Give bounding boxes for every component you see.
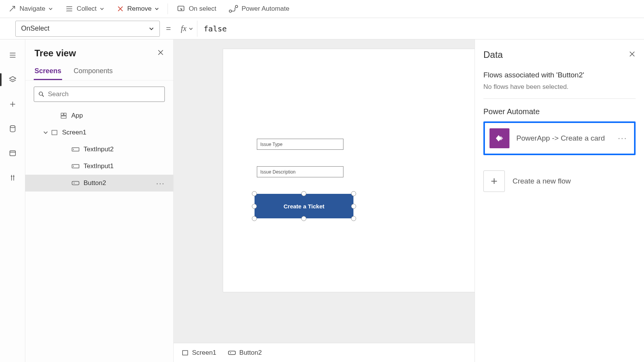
- treeview-search[interactable]: [34, 87, 165, 102]
- treeview-tab[interactable]: [4, 71, 21, 88]
- breadcrumb-label: Button2: [239, 349, 262, 357]
- remove-label: Remove: [127, 5, 151, 13]
- tree-list: App Screen1 TextInput2 TextInput1 Button…: [25, 106, 173, 193]
- data-panel-title: Data: [483, 49, 503, 60]
- navigate-button[interactable]: Navigate: [3, 2, 58, 15]
- toolbar-separator: [168, 3, 168, 14]
- create-new-flow-label: Create a new flow: [513, 177, 571, 185]
- flow-icon: [228, 5, 238, 13]
- power-automate-label: Power Automate: [242, 5, 289, 13]
- data-panel-close-button[interactable]: [629, 51, 636, 59]
- powerapps-icon: [494, 133, 505, 144]
- remove-button[interactable]: Remove: [111, 3, 164, 15]
- chevron-down-icon: [154, 7, 159, 11]
- chevron-down-icon: [100, 7, 104, 11]
- tab-components[interactable]: Components: [73, 65, 113, 80]
- tree-item-more-button[interactable]: ···: [156, 179, 165, 188]
- breadcrumb-screen1[interactable]: Screen1: [181, 349, 216, 357]
- svg-point-1: [229, 10, 232, 12]
- close-icon: [157, 49, 164, 56]
- data-panel: Data Flows associated with 'Button2' No …: [475, 39, 644, 362]
- selection-handle[interactable]: [301, 216, 306, 221]
- on-select-button[interactable]: On select: [171, 2, 222, 16]
- svg-rect-12: [72, 181, 79, 185]
- breadcrumb-label: Screen1: [192, 349, 216, 357]
- breadcrumb-bar: Screen1 Button2: [174, 343, 475, 362]
- cursor-pointer-icon: [582, 141, 590, 151]
- layers-icon: [8, 75, 17, 84]
- canvas-textinput2[interactable]: Issue Description: [257, 166, 343, 177]
- svg-rect-7: [64, 113, 66, 115]
- fx-button[interactable]: fx: [177, 21, 197, 37]
- svg-rect-9: [52, 130, 57, 135]
- database-icon: [8, 124, 17, 133]
- selection-handle[interactable]: [252, 204, 257, 209]
- svg-point-13: [74, 183, 74, 183]
- power-automate-button[interactable]: Power Automate: [223, 2, 295, 15]
- on-select-label: On select: [189, 5, 216, 13]
- flow-card-more-button[interactable]: ···: [616, 133, 629, 143]
- button-icon: [228, 350, 236, 356]
- collect-label: Collect: [77, 5, 97, 13]
- plus-icon: [8, 100, 17, 108]
- selection-handle[interactable]: [351, 191, 356, 196]
- svg-point-16: [230, 352, 231, 353]
- hamburger-button[interactable]: [4, 46, 21, 64]
- chevron-down-icon: [48, 7, 53, 11]
- selection-handle[interactable]: [301, 191, 306, 196]
- formula-input[interactable]: false: [197, 24, 642, 33]
- canvas-textinput1[interactable]: Issue Type: [257, 139, 343, 150]
- tree-label: TextInput2: [84, 146, 113, 153]
- svg-rect-14: [182, 351, 187, 355]
- tree-label: Screen1: [62, 129, 86, 136]
- selection-handle[interactable]: [351, 216, 356, 221]
- property-selector[interactable]: OnSelect: [15, 21, 160, 37]
- tree-item-app[interactable]: App: [25, 107, 173, 124]
- treeview-close-button[interactable]: [157, 49, 164, 58]
- selection-handle[interactable]: [351, 204, 356, 209]
- selection-handle[interactable]: [252, 216, 257, 221]
- insert-tab[interactable]: [4, 95, 21, 113]
- collect-button[interactable]: Collect: [60, 2, 110, 15]
- breadcrumb-button2[interactable]: Button2: [228, 349, 262, 357]
- data-tab[interactable]: [4, 120, 21, 138]
- property-value: OnSelect: [21, 25, 49, 33]
- svg-rect-15: [228, 351, 235, 354]
- tree-item-button2[interactable]: Button2 ···: [25, 175, 173, 192]
- media-icon: [8, 149, 17, 157]
- screen-icon: [51, 129, 58, 136]
- remove-x-icon: [117, 5, 124, 13]
- svg-point-2: [235, 5, 238, 8]
- tree-item-textinput1[interactable]: TextInput1: [25, 158, 173, 175]
- search-icon: [38, 91, 45, 98]
- search-input[interactable]: [48, 90, 161, 98]
- canvas-screen[interactable]: Issue Type Issue Description Create a Ti…: [223, 49, 475, 292]
- left-rail: [0, 39, 25, 362]
- tree-item-textinput2[interactable]: TextInput2: [25, 141, 173, 158]
- navigate-label: Navigate: [20, 5, 45, 13]
- close-icon: [629, 51, 636, 57]
- on-select-icon: [176, 4, 186, 13]
- svg-rect-6: [61, 113, 63, 115]
- flow-card-icon: [490, 128, 509, 148]
- svg-rect-4: [10, 151, 15, 156]
- tree-item-screen1[interactable]: Screen1: [25, 124, 173, 141]
- tools-tab[interactable]: [4, 169, 21, 187]
- selection-handle[interactable]: [252, 191, 257, 196]
- equals-sign: =: [166, 24, 171, 34]
- svg-rect-10: [72, 147, 79, 151]
- flows-heading: Flows associated with 'Button2': [483, 71, 636, 79]
- tree-label: TextInput1: [84, 162, 113, 170]
- media-tab[interactable]: [4, 144, 21, 162]
- canvas-button-label: Create a Ticket: [284, 203, 324, 210]
- screen-icon: [181, 349, 189, 357]
- tab-screens[interactable]: Screens: [34, 65, 62, 80]
- canvas-button-create-ticket[interactable]: Create a Ticket: [255, 194, 353, 218]
- navigate-icon: [8, 5, 16, 13]
- svg-rect-8: [61, 116, 66, 118]
- flow-card-create-a-card[interactable]: PowerApp -> Create a card ···: [483, 121, 636, 155]
- create-new-flow-button[interactable]: + Create a new flow: [483, 170, 636, 192]
- fx-label: fx: [181, 24, 186, 33]
- app-icon: [60, 112, 67, 120]
- treeview-panel: Tree view Screens Components App Screen1: [25, 39, 174, 362]
